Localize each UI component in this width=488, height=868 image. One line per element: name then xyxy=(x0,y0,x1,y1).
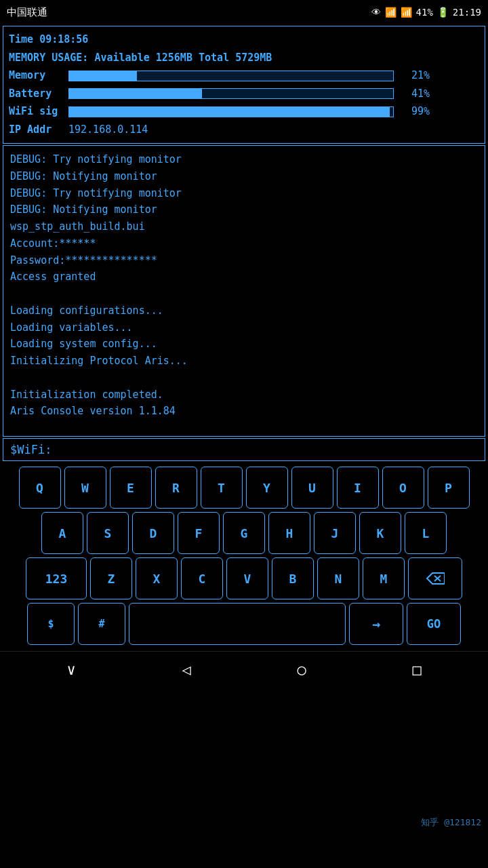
ip-row: IP Addr 192.168.0.114 xyxy=(9,121,479,139)
battery-bar-container xyxy=(68,88,394,99)
keyboard[interactable]: QWERTYUIOP ASDFGHJKL 123ZXCVBNM $#→GO xyxy=(0,462,488,651)
key-h[interactable]: H xyxy=(268,512,310,554)
key-backspace[interactable] xyxy=(408,557,462,599)
battery-bar-fill xyxy=(69,89,202,98)
battery-bar-row: Battery 41% xyxy=(9,85,479,103)
nav-back-button[interactable]: ◁ xyxy=(182,661,190,678)
wifi-bar-fill xyxy=(69,107,390,117)
memory-label: Memory xyxy=(9,67,63,85)
terminal-line: Loading configurations... xyxy=(10,302,478,319)
keyboard-row-4: $#→GO xyxy=(3,603,485,645)
nav-bar: ∨ ◁ ○ □ xyxy=(0,651,488,688)
battery-label: Battery xyxy=(9,85,63,103)
nav-chevron-down[interactable]: ∨ xyxy=(66,661,75,678)
keyboard-row-3: 123ZXCVBNM xyxy=(3,557,485,599)
terminal-line: Password:*************** xyxy=(10,252,478,269)
key-d[interactable]: D xyxy=(132,512,174,554)
terminal-line: Access granted xyxy=(10,269,478,285)
terminal-line xyxy=(10,285,478,302)
key-t[interactable]: T xyxy=(201,467,243,509)
input-row[interactable]: $WiFi: xyxy=(3,438,485,461)
terminal-line: Loading variables... xyxy=(10,319,478,336)
terminal-line: Initializing Protocol Aris... xyxy=(10,353,478,370)
terminal-line: Loading system config... xyxy=(10,336,478,353)
key-g[interactable]: G xyxy=(223,512,265,554)
keyboard-row-2: ASDFGHJKL xyxy=(3,512,485,554)
wifi-bar-row: WiFi sig 99% xyxy=(9,103,479,121)
nav-home-button[interactable]: ○ xyxy=(297,661,306,678)
ip-label: IP Addr xyxy=(9,121,63,139)
terminal-line: Account:****** xyxy=(10,235,478,252)
key-r[interactable]: R xyxy=(155,467,197,509)
key-m[interactable]: M xyxy=(363,557,405,599)
memory-pct: 21% xyxy=(399,67,430,85)
key-u[interactable]: U xyxy=(291,467,333,509)
mem-usage-label: MEMORY USAGE: Available 1256MB Total 572… xyxy=(9,50,272,67)
key-n[interactable]: N xyxy=(317,557,359,599)
terminal-line: wsp_stp_auth_build.bui xyxy=(10,218,478,235)
terminal-line: DEBUG: Notifying monitor xyxy=(10,168,478,185)
memory-bar-row: Memory 21% xyxy=(9,67,479,85)
key-z[interactable]: Z xyxy=(90,557,132,599)
key-s[interactable]: S xyxy=(87,512,129,554)
terminal-line: DEBUG: Try notifying monitor xyxy=(10,185,478,202)
time-row: Time 09:18:56 xyxy=(9,31,479,49)
key-dollar[interactable]: $ xyxy=(27,603,75,645)
key-v[interactable]: V xyxy=(226,557,268,599)
nav-recent-button[interactable]: □ xyxy=(412,661,421,678)
status-bar: 中国联通 👁 📶 📶 41% 🔋 21:19 xyxy=(0,0,488,24)
key-k[interactable]: K xyxy=(359,512,401,554)
key-c[interactable]: C xyxy=(181,557,223,599)
keyboard-row-1: QWERTYUIOP xyxy=(3,467,485,509)
key-j[interactable]: J xyxy=(314,512,356,554)
key-x[interactable]: X xyxy=(136,557,178,599)
key-space[interactable] xyxy=(129,603,346,645)
terminal-line: Aris Console version 1.1.84 xyxy=(10,403,478,420)
watermark: 知乎 @121812 xyxy=(421,816,481,829)
wifi-bar-container xyxy=(68,106,394,117)
key-e[interactable]: E xyxy=(110,467,152,509)
key-go[interactable]: GO xyxy=(407,603,461,645)
input-prompt: $WiFi: xyxy=(10,443,52,456)
wifi-label: WiFi sig xyxy=(9,103,63,121)
wifi-icon: 📶 xyxy=(385,7,396,18)
carrier-label: 中国联通 xyxy=(7,6,47,19)
memory-bar-fill xyxy=(69,71,137,81)
key-l[interactable]: L xyxy=(405,512,447,554)
key-w[interactable]: W xyxy=(64,467,106,509)
key-i[interactable]: I xyxy=(337,467,379,509)
battery-pct-label: 41% xyxy=(416,7,433,18)
key-hash[interactable]: # xyxy=(78,603,125,645)
sys-info-panel: Time 09:18:56 MEMORY USAGE: Available 12… xyxy=(3,26,485,144)
terminal-line xyxy=(10,370,478,387)
ip-value: 192.168.0.114 xyxy=(68,121,148,139)
key-o[interactable]: O xyxy=(382,467,424,509)
key-f[interactable]: F xyxy=(178,512,220,554)
key-arrow[interactable]: → xyxy=(349,603,403,645)
terminal-output: DEBUG: Try notifying monitorDEBUG: Notif… xyxy=(3,145,485,437)
key-123[interactable]: 123 xyxy=(26,557,87,599)
key-q[interactable]: Q xyxy=(19,467,61,509)
mem-usage-row: MEMORY USAGE: Available 1256MB Total 572… xyxy=(9,50,479,67)
status-icons: 👁 📶 📶 41% 🔋 21:19 xyxy=(371,7,481,18)
signal-icon: 📶 xyxy=(401,7,412,18)
svg-marker-0 xyxy=(427,573,445,584)
wifi-pct: 99% xyxy=(399,103,430,121)
terminal-line: Initialization completed. xyxy=(10,387,478,403)
time-label: 21:19 xyxy=(453,7,481,18)
key-y[interactable]: Y xyxy=(246,467,288,509)
battery-icon: 🔋 xyxy=(437,7,449,18)
terminal-line: DEBUG: Try notifying monitor xyxy=(10,151,478,168)
battery-pct: 41% xyxy=(399,85,430,103)
time-label: Time 09:18:56 xyxy=(9,31,88,49)
eye-icon: 👁 xyxy=(371,7,381,18)
memory-bar-container xyxy=(68,71,394,81)
key-a[interactable]: A xyxy=(41,512,83,554)
key-p[interactable]: P xyxy=(428,467,470,509)
terminal-line: DEBUG: Notifying monitor xyxy=(10,201,478,218)
key-b[interactable]: B xyxy=(272,557,314,599)
